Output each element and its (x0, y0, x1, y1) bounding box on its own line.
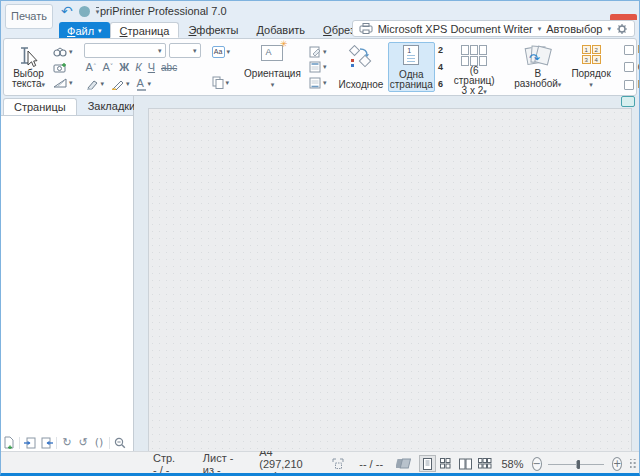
six-pages-button[interactable]: (6 страниц) 3 x 2▾ (446, 42, 502, 92)
orientation-button[interactable]: А ✳ Ориентация ▾ (240, 42, 305, 92)
pages-thumbnail-panel[interactable] (1, 115, 133, 434)
tab-insert[interactable]: Добавить (247, 22, 314, 38)
font-family-combobox[interactable]: ▾ (84, 43, 166, 58)
chevron-down-icon: ▾ (483, 88, 487, 96)
sidebar-toolbar: ↻ ↺ () (1, 434, 133, 451)
tab-file[interactable]: Файл ▾ (59, 22, 110, 38)
shrink-mark-icon: ˇ (110, 63, 114, 71)
chevron-down-icon: ▾ (589, 81, 593, 89)
3d-view-button[interactable] (396, 457, 411, 470)
group-orientation: А ✳ Ориентация ▾ ▾ ▾ ▾ (239, 41, 329, 93)
pages-grid-icon (461, 45, 487, 66)
checkbox-icon (624, 45, 634, 55)
pages-grid-view-icon (478, 458, 492, 469)
group-font: ▾ ▾ Аˆ Аˇ Ж К Ч abc ▾ (82, 41, 203, 93)
shrink-font-button[interactable]: Аˇ (102, 61, 113, 74)
insert-page-before-button[interactable] (23, 436, 37, 450)
undo-icon[interactable]: ↶ (61, 4, 73, 18)
font-color-button[interactable]: А ▾ (137, 77, 152, 91)
printer-profile[interactable]: Автовыбор (546, 23, 602, 35)
insert-page-after-button[interactable] (39, 436, 53, 450)
redo-circle-icon[interactable] (79, 6, 90, 17)
underline-button[interactable]: Ч (148, 61, 155, 74)
rotate-ccw-button[interactable]: ↺ (76, 436, 90, 450)
tab-effects[interactable]: Эффекты (179, 22, 247, 38)
rotate-cw-button[interactable]: ↻ (60, 436, 74, 450)
preview-corner-toggle-icon[interactable] (621, 96, 635, 107)
preset-2-button[interactable]: 2 (438, 45, 443, 55)
pages-copy-icon (212, 76, 224, 89)
chevron-down-icon: ▾ (226, 79, 230, 87)
show-checkbox[interactable]: Показ... (624, 79, 640, 90)
printer-name[interactable]: Microsoft XPS Document Writer (378, 23, 533, 35)
rotate-180-button[interactable]: () (92, 436, 106, 450)
chevron-down-icon: ▾ (42, 81, 46, 89)
style-pen-icon (111, 79, 124, 90)
preset-4-button[interactable]: 4 (438, 62, 443, 72)
ribbon: Выбор текста▾ ▾ ▾ (3, 38, 637, 96)
printer-selector-bar: Microsoft XPS Document Writer ▾ Автовыбо… (352, 20, 635, 37)
zoom-percentage[interactable]: 58% (501, 458, 523, 470)
status-sheet-indicator: Лист - из - (203, 452, 237, 476)
zoom-out-thumbs-button[interactable] (113, 436, 127, 450)
order-button[interactable]: 12 34 Порядок ▾ (567, 42, 614, 92)
document-canvas[interactable] (148, 108, 632, 451)
resize-grip[interactable] (630, 459, 637, 469)
copy-format-button[interactable]: ▾ (210, 75, 233, 90)
profile-caret-icon[interactable]: ▾ (607, 25, 611, 33)
new-page-icon (3, 436, 15, 449)
one-page-button[interactable]: 1 Однастраница (388, 42, 436, 92)
view-facing-pages-button[interactable] (457, 455, 474, 472)
sidebar-tabs: Страницы Закладки (1, 96, 133, 116)
font-size-combobox[interactable]: ▾ (169, 43, 201, 58)
status-bar: Стр. - / - Лист - из - A4 (297,210 мм) -… (1, 451, 639, 475)
view-grid-button[interactable] (476, 455, 493, 472)
page-footer-icon (309, 77, 321, 89)
window-title: priPrinter Professional 7.0 (100, 5, 227, 17)
grow-font-button[interactable]: Аˆ (86, 61, 97, 74)
page-setup-column: ▾ ▾ ▾ (307, 42, 329, 92)
bold-button[interactable]: Ж (119, 61, 129, 74)
chevron-down-icon: ▾ (323, 48, 327, 56)
camera-plus-icon (53, 62, 67, 73)
zoom-slider-handle[interactable] (577, 460, 580, 469)
original-layout-button[interactable]: Исходное (336, 42, 385, 92)
format-painter-button[interactable]: ▾ (111, 79, 130, 90)
strikethrough-button[interactable]: abc (161, 61, 177, 74)
status-page-indicator: Стр. - / - (153, 452, 181, 476)
page-footer-button[interactable]: ▾ (307, 75, 329, 90)
sidebar: Страницы Закладки ↻ ↺ () (1, 96, 134, 451)
zoom-slider[interactable] (548, 457, 604, 471)
select-text-button[interactable]: Выбор текста▾ (8, 42, 49, 92)
original-layout-icon (348, 45, 374, 69)
printer-settings-gear-icon[interactable] (616, 23, 628, 35)
highlight-button[interactable]: ▾ (86, 79, 105, 90)
italic-button[interactable]: К (135, 61, 141, 74)
zoom-out-button[interactable]: − (532, 457, 542, 471)
chevron-down-icon: ▾ (69, 48, 73, 56)
zoom-in-button[interactable]: + (612, 457, 622, 471)
chevron-down-icon: ▾ (227, 48, 231, 56)
page-header-button[interactable]: ▾ (307, 60, 329, 75)
change-case-button[interactable]: Aa ▾ (210, 44, 233, 59)
titlebar: Печать ↶ ▾ priPrinter Professional 7.0 (1, 1, 639, 20)
qat-customize-icon[interactable]: ▾ (96, 7, 100, 16)
tab-page[interactable]: Страница (110, 22, 180, 38)
start-new-checkbox[interactable]: С нов... (624, 62, 640, 73)
add-page-button[interactable] (2, 436, 16, 450)
measure-button[interactable]: ▾ (51, 75, 75, 90)
view-single-page-button[interactable] (419, 455, 436, 472)
preset-6-button[interactable]: 6 (438, 79, 443, 89)
print-button[interactable]: Печать (5, 4, 53, 29)
view-thumbnails-button[interactable] (438, 455, 455, 472)
printer-caret-icon[interactable]: ▾ (538, 25, 542, 33)
preview-area (134, 96, 639, 451)
find-button[interactable]: ▾ (51, 44, 75, 59)
snapshot-button[interactable] (51, 60, 75, 75)
sidebar-tab-pages[interactable]: Страницы (3, 98, 77, 116)
insert-page-before-icon (24, 437, 37, 449)
page-edit-button[interactable]: ▾ (307, 44, 329, 59)
shuffle-button[interactable]: ↷ В разнобой▾ (510, 42, 565, 92)
chevron-down-icon: ▾ (126, 80, 130, 88)
repeat-checkbox[interactable]: Повт... (624, 44, 640, 55)
